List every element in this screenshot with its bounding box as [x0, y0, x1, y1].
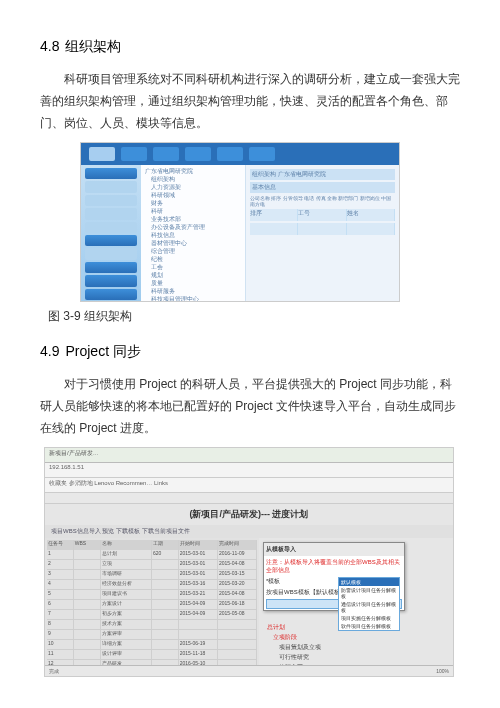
table-row[interactable]: 3市场调研2015-03-012015-03-15 — [47, 570, 257, 580]
cell: 6 — [47, 600, 74, 609]
cell: 设计评审 — [101, 650, 153, 659]
toolbar — [45, 493, 453, 504]
tree-root[interactable]: 广东省电网研究院 — [145, 167, 241, 175]
cell — [152, 590, 179, 599]
nav-tab[interactable] — [121, 147, 147, 161]
table-row[interactable]: 5项目建议书2015-03-212015-04-08 — [47, 590, 257, 600]
cell: 7 — [47, 610, 74, 619]
tree-node[interactable]: 总计划 — [263, 622, 321, 632]
address-bar[interactable]: 192.168.1.51 — [45, 463, 453, 478]
th: 姓名 — [347, 209, 395, 221]
table-row[interactable]: 11设计评审2015-11-18 — [47, 650, 257, 660]
cell — [179, 620, 218, 629]
section-4-8-heading: 4.8组织架构 — [40, 38, 460, 56]
cell: 技术方案 — [101, 620, 153, 629]
cell — [152, 600, 179, 609]
sidebar-item[interactable] — [85, 168, 137, 179]
th: 开始时间 — [179, 540, 218, 550]
bookmarks-bar[interactable]: 收藏夹 参消防地 Lenovo Recommen… Links — [45, 478, 453, 493]
cell — [152, 570, 179, 579]
sidebar-item[interactable] — [85, 275, 137, 286]
cell: 方案评审 — [101, 630, 153, 639]
option[interactable]: 通信设计项目任务分解模板 — [339, 600, 399, 614]
section-title: Project 同步 — [65, 343, 140, 359]
tree-item[interactable]: 规划 — [145, 271, 241, 279]
tree-item[interactable]: 科技信息 — [145, 231, 241, 239]
cell: 2015-03-01 — [179, 570, 218, 579]
cell — [74, 630, 101, 639]
tree-item[interactable]: 综合管理 — [145, 247, 241, 255]
cell: 1 — [47, 550, 74, 559]
table-row[interactable] — [250, 223, 395, 235]
tree-item[interactable]: 财务 — [145, 199, 241, 207]
tree-item[interactable]: 办公设备及资产管理 — [145, 223, 241, 231]
cell — [74, 570, 101, 579]
tree-item[interactable]: 业务技术部 — [145, 215, 241, 223]
table-row[interactable]: 7初步方案2015-04-092015-05-08 — [47, 610, 257, 620]
org-tree: 广东省电网研究院 组织架构 人力资源架 科研领域 财务 科研 业务技术部 办公设… — [141, 165, 246, 302]
tree-item[interactable]: 纪检 — [145, 255, 241, 263]
panel-fields: 公司名称 排序 分管领导 电话 传真 全称 新增部门 新增岗位 中国南方电 — [250, 195, 395, 207]
panel-head: 组织架构 广东省电网研究院 — [250, 169, 395, 180]
nav-tab[interactable] — [185, 147, 211, 161]
tree-item[interactable]: 人力资源架 — [145, 183, 241, 191]
option[interactable]: 项目实施任务分解模板 — [339, 614, 399, 622]
grid-header: 任务号 WBS 名称 工期 开始时间 完成时间 — [47, 540, 257, 550]
nav-tab[interactable] — [89, 147, 115, 161]
cell — [152, 630, 179, 639]
cell: 2015-04-08 — [218, 590, 257, 599]
template-dropdown[interactable]: 默认模板 防雷设计项目任务分解模板 通信设计项目任务分解模板 项目实施任务分解模… — [338, 577, 400, 631]
table-row[interactable]: 1总计划6202015-03-012016-11-09 — [47, 550, 257, 560]
page-title: (新项目/产品研发)--- 进度计划 — [45, 504, 453, 525]
cell: 总计划 — [101, 550, 153, 559]
th: 名称 — [101, 540, 153, 550]
detail-panel: 组织架构 广东省电网研究院 基本信息 公司名称 排序 分管领导 电话 传真 全称… — [246, 165, 399, 302]
tree-item[interactable]: 质量 — [145, 279, 241, 287]
tree-node[interactable]: 项目策划及立项 — [263, 642, 321, 652]
table-row[interactable]: 4经济效益分析2015-03-162015-03-20 — [47, 580, 257, 590]
sidebar-item[interactable] — [85, 181, 137, 192]
cell — [74, 550, 101, 559]
nav-tab[interactable] — [217, 147, 243, 161]
table-row[interactable]: 8技术方案 — [47, 620, 257, 630]
option[interactable]: 默认模板 — [339, 578, 399, 586]
import-popup: 从模板导入 注意：从模板导入将覆盖当前的全部WBS及其相关全部信息 *模板 按项… — [263, 542, 405, 611]
table-row[interactable]: 10详细方案2015-06-19 — [47, 640, 257, 650]
cell: 2015-03-01 — [179, 550, 218, 559]
cell: 2016-11-09 — [218, 550, 257, 559]
nav-tab[interactable] — [153, 147, 179, 161]
tree-item[interactable]: 科研 — [145, 207, 241, 215]
cell: 2015-04-09 — [179, 600, 218, 609]
option[interactable]: 软件项目任务分解模板 — [339, 622, 399, 630]
cell: 10 — [47, 640, 74, 649]
tree-node[interactable]: 可行性研究 — [263, 652, 321, 662]
tree-node[interactable]: 立项阶段 — [263, 632, 321, 642]
tree-item[interactable]: 科研服务 — [145, 287, 241, 295]
cell: 9 — [47, 630, 74, 639]
cell: 2015-03-20 — [218, 580, 257, 589]
para-4-9: 对于习惯使用 Project 的科研人员，平台提供强大的 Project 同步功… — [40, 373, 460, 439]
nav-tab[interactable] — [249, 147, 275, 161]
sidebar-item[interactable] — [85, 195, 137, 206]
popup-warning: 注意：从模板导入将覆盖当前的全部WBS及其相关全部信息 — [264, 556, 404, 576]
tree-item[interactable]: 科研领域 — [145, 191, 241, 199]
cell: 方案设计 — [101, 600, 153, 609]
tree-item[interactable]: 组织架构 — [145, 175, 241, 183]
table-row[interactable]: 9方案评审 — [47, 630, 257, 640]
option[interactable]: 防雷设计项目任务分解模板 — [339, 586, 399, 600]
sidebar-item[interactable] — [85, 289, 137, 300]
table-row[interactable]: 2立项2015-03-012015-04-08 — [47, 560, 257, 570]
table-row[interactable]: 6方案设计2015-04-092015-06-18 — [47, 600, 257, 610]
tree-item[interactable]: 器材管理中心 — [145, 239, 241, 247]
tree-item[interactable]: 工会 — [145, 263, 241, 271]
sidebar-item[interactable] — [85, 248, 137, 259]
subtoolbar[interactable]: 项目WBS信息导入 预览 下载模板 下载当前项目文件 — [45, 525, 453, 538]
sidebar-item[interactable] — [85, 208, 137, 219]
sidebar-item[interactable] — [85, 235, 137, 246]
th: 任务号 — [47, 540, 74, 550]
figure-3-9-caption: 图 3-9 组织架构 — [48, 308, 460, 325]
cell: 初步方案 — [101, 610, 153, 619]
tree-item[interactable]: 科技项目管理中心 — [145, 295, 241, 302]
sidebar-item[interactable] — [85, 222, 137, 233]
sidebar-item[interactable] — [85, 262, 137, 273]
